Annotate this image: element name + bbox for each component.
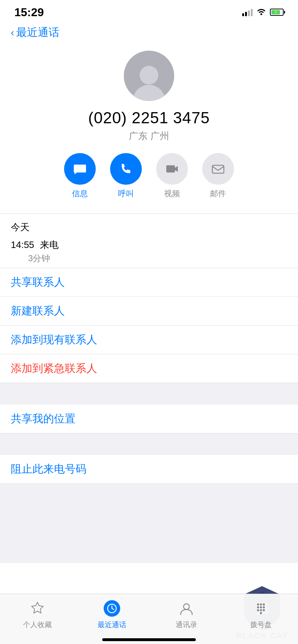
tab-bar: 个人收藏 最近通话 通讯录: [0, 594, 298, 644]
call-icon-circle: [110, 153, 142, 185]
svg-point-14: [260, 612, 262, 614]
call-row: 14:55 来电: [11, 239, 287, 251]
wifi-icon: [256, 7, 266, 17]
video-action[interactable]: 视频: [156, 153, 188, 199]
block-number-option[interactable]: 阻止此来电号码: [0, 455, 298, 484]
call-type: 来电: [40, 239, 59, 251]
block-number-label: 阻止此来电号码: [11, 462, 86, 477]
options-list-2: 共享我的位置: [0, 405, 298, 433]
contact-phone: (020) 2251 3475: [88, 109, 210, 127]
options-list-3: 阻止此来电号码: [0, 455, 298, 484]
home-indicator: [102, 638, 196, 641]
share-location-option[interactable]: 共享我的位置: [0, 405, 298, 433]
tab-contacts[interactable]: 通讯录: [149, 599, 224, 630]
tab-recents[interactable]: 最近通话: [74, 599, 149, 630]
mail-label: 邮件: [210, 188, 226, 199]
svg-rect-0: [166, 165, 175, 172]
tab-keypad-label: 拨号盘: [250, 620, 272, 630]
back-chevron-icon: ‹: [11, 27, 14, 38]
svg-point-10: [263, 606, 265, 608]
message-label: 信息: [72, 188, 88, 199]
contacts-icon: [177, 599, 196, 618]
status-time: 15:29: [14, 6, 44, 19]
add-existing-label: 添加到现有联系人: [11, 332, 97, 347]
gray-spacer-2: [0, 433, 298, 455]
svg-point-12: [260, 609, 262, 611]
call-entry: 14:55 来电 3分钟: [11, 239, 287, 264]
battery-icon: ⚡: [270, 9, 284, 16]
gray-spacer-1: [0, 383, 298, 405]
options-list: 共享联系人 新建联系人 添加到现有联系人 添加到紧急联系人: [0, 268, 298, 383]
recents-icon: [103, 599, 121, 618]
share-contact-option[interactable]: 共享联系人: [0, 268, 298, 297]
avatar: [124, 51, 174, 101]
message-action[interactable]: 信息: [64, 153, 96, 199]
avatar-head: [140, 66, 158, 84]
bottom-spacer: [0, 484, 298, 563]
video-label: 视频: [164, 188, 180, 199]
avatar-body: [133, 85, 165, 101]
mail-action[interactable]: 邮件: [202, 153, 234, 199]
svg-point-11: [257, 609, 259, 611]
share-location-label: 共享我的位置: [11, 411, 76, 426]
tab-recents-label: 最近通话: [98, 620, 126, 630]
tab-keypad[interactable]: 拨号盘: [224, 599, 298, 630]
message-icon-circle: [64, 153, 96, 185]
new-contact-option[interactable]: 新建联系人: [0, 297, 298, 326]
call-action[interactable]: 呼叫: [110, 153, 142, 199]
signal-icon: [242, 8, 253, 16]
call-time: 14:55: [11, 239, 34, 250]
new-contact-label: 新建联系人: [11, 304, 65, 318]
add-existing-option[interactable]: 添加到现有联系人: [0, 326, 298, 354]
svg-rect-1: [212, 165, 224, 173]
status-icons: ⚡: [242, 7, 284, 17]
call-date: 今天: [11, 221, 287, 234]
status-bar: 15:29 ⚡: [0, 0, 298, 22]
keypad-icon: [252, 599, 270, 618]
add-emergency-option[interactable]: 添加到紧急联系人: [0, 354, 298, 383]
video-icon-circle: [156, 153, 188, 185]
svg-point-4: [184, 604, 189, 610]
tab-contacts-label: 通讯录: [176, 620, 197, 630]
back-label: 最近通话: [16, 25, 59, 40]
svg-point-9: [260, 606, 262, 608]
call-log-section: 今天 14:55 来电 3分钟: [0, 214, 298, 268]
svg-point-6: [260, 603, 262, 606]
call-duration: 3分钟: [28, 253, 287, 264]
favorites-icon: [28, 599, 47, 618]
svg-point-13: [263, 609, 265, 611]
contact-location: 广东 广州: [129, 130, 169, 142]
tab-favorites[interactable]: 个人收藏: [0, 599, 74, 630]
mail-icon-circle: [202, 153, 234, 185]
svg-point-5: [257, 603, 259, 606]
call-label: 呼叫: [118, 188, 134, 199]
svg-point-8: [257, 606, 259, 608]
contact-header: (020) 2251 3475 广东 广州 信息 呼叫: [0, 47, 298, 213]
svg-point-7: [263, 603, 265, 606]
action-buttons: 信息 呼叫 视频: [64, 153, 234, 199]
back-navigation[interactable]: ‹ 最近通话: [0, 22, 298, 43]
tab-favorites-label: 个人收藏: [23, 620, 52, 630]
share-contact-label: 共享联系人: [11, 275, 65, 290]
add-emergency-label: 添加到紧急联系人: [11, 361, 97, 376]
